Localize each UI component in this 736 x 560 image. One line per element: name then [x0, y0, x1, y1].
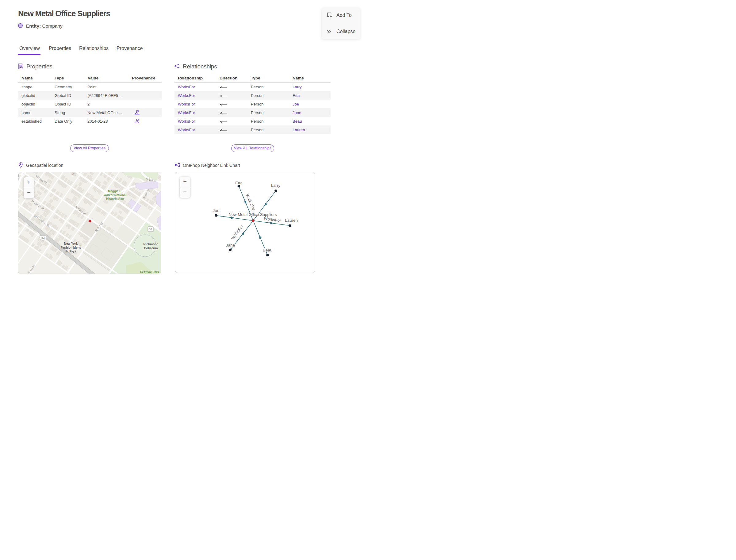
svg-text:Historic Site: Historic Site: [106, 197, 124, 201]
svg-text:250: 250: [40, 236, 45, 240]
svg-text:New York: New York: [64, 242, 78, 245]
svg-text:Etta: Etta: [235, 181, 243, 185]
svg-text:Joe: Joe: [213, 208, 220, 213]
svg-text:33: 33: [149, 228, 152, 231]
svg-text:Lauren: Lauren: [285, 218, 298, 223]
svg-text:Festival Park: Festival Park: [140, 270, 159, 274]
svg-text:Walker National: Walker National: [104, 194, 127, 197]
svg-text:Beau: Beau: [263, 248, 273, 252]
svg-text:New Metal Office Suppliers: New Metal Office Suppliers: [229, 212, 277, 217]
svg-text:WorksFor: WorksFor: [245, 193, 256, 211]
svg-text:Maggie L.: Maggie L.: [108, 190, 122, 193]
svg-text:Fashion Mens: Fashion Mens: [61, 246, 81, 249]
svg-text:& Boys: & Boys: [66, 250, 76, 253]
svg-text:WorksFor: WorksFor: [264, 216, 282, 223]
svg-text:Jane: Jane: [226, 243, 235, 247]
svg-text:WorksFor: WorksFor: [230, 224, 244, 240]
svg-text:Larry: Larry: [271, 183, 281, 188]
svg-text:Richmond: Richmond: [144, 243, 159, 246]
svg-text:Coliseum: Coliseum: [144, 247, 158, 250]
